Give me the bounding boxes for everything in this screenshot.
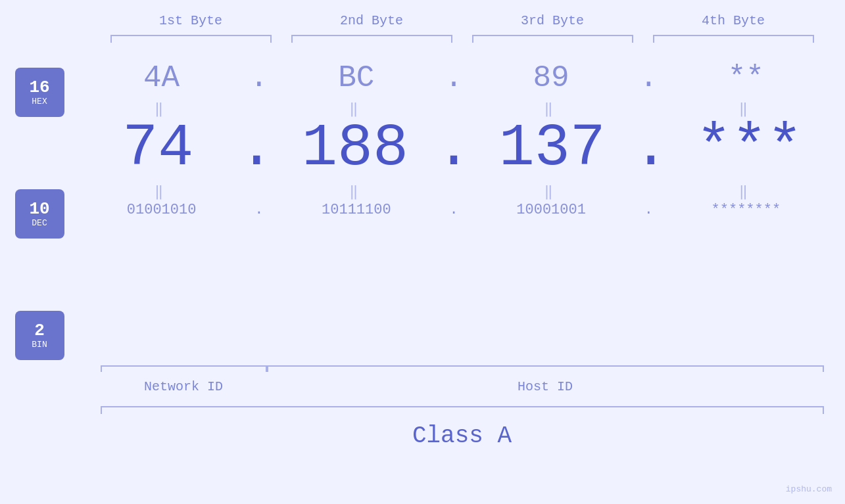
- ip-grid: 4A . BC . 89 . **: [78, 61, 831, 221]
- byte-labels-row: 1st Byte 2nd Byte 3rd Byte 4th Byte: [101, 13, 824, 28]
- full-bottom-bracket: [101, 406, 824, 416]
- hex-dot3: .: [635, 61, 662, 95]
- bin-dot2: .: [441, 202, 467, 218]
- host-id-label: Host ID: [267, 379, 824, 394]
- bin-dot3: .: [635, 202, 662, 218]
- hex-byte3: 89: [467, 61, 635, 95]
- main-display: 16 HEX 10 DEC 2 BIN 4A .: [15, 61, 831, 360]
- bin-dot1: .: [246, 202, 272, 218]
- class-label: Class A: [101, 423, 824, 449]
- bin-row: 01001010 . 10111100 . 10001001 .: [78, 202, 831, 218]
- bin-byte2: 10111100: [272, 202, 441, 218]
- bin-badge-text: BIN: [32, 340, 47, 350]
- hex-badge: 16 HEX: [15, 68, 64, 117]
- bottom-brackets: [101, 365, 824, 375]
- dec-byte1: 74: [78, 119, 239, 178]
- network-id-label: Network ID: [101, 379, 267, 394]
- dec-badge: 10 DEC: [15, 189, 64, 239]
- dec-dot2: .: [436, 119, 471, 178]
- dec-badge-number: 10: [29, 200, 49, 219]
- bin-badge: 2 BIN: [15, 311, 64, 360]
- dec-byte4: ***: [669, 119, 831, 178]
- top-brackets: [101, 35, 824, 48]
- bin-byte4: ********: [662, 202, 830, 218]
- hex-dot2: .: [441, 61, 467, 95]
- byte-label-3: 3rd Byte: [462, 13, 643, 28]
- network-bracket-line: [101, 365, 267, 367]
- eq8: ‖: [662, 183, 830, 200]
- equals-row-2: ‖ ‖ ‖ ‖: [78, 183, 831, 200]
- bracket-1: [101, 35, 281, 48]
- byte-label-1: 1st Byte: [101, 13, 281, 28]
- bin-badge-number: 2: [34, 321, 45, 340]
- bin-byte1: 01001010: [78, 202, 246, 218]
- hex-row: 4A . BC . 89 . **: [78, 61, 831, 95]
- eq6: ‖: [272, 183, 441, 200]
- badges-column: 16 HEX 10 DEC 2 BIN: [15, 68, 64, 360]
- hex-badge-number: 16: [29, 78, 49, 97]
- dec-row: 74 . 188 . 137 . ***: [78, 119, 831, 178]
- byte-label-2: 2nd Byte: [281, 13, 462, 28]
- bin-byte3: 10001001: [467, 202, 635, 218]
- eq5: ‖: [78, 183, 246, 200]
- dec-byte2: 188: [274, 119, 436, 178]
- hex-byte4: **: [662, 61, 830, 95]
- hex-badge-text: HEX: [32, 97, 47, 106]
- dec-dot1: .: [239, 119, 274, 178]
- hex-byte1: 4A: [78, 61, 246, 95]
- bracket-3: [462, 35, 643, 48]
- bracket-2: [281, 35, 462, 48]
- dec-byte3: 137: [471, 119, 633, 178]
- hex-dot1: .: [246, 61, 272, 95]
- dec-dot3: .: [633, 119, 669, 178]
- hex-byte2: BC: [272, 61, 441, 95]
- main-container: 1st Byte 2nd Byte 3rd Byte 4th Byte 16 H…: [0, 0, 845, 504]
- host-bracket-line: [267, 365, 824, 367]
- byte-label-4: 4th Byte: [643, 13, 824, 28]
- bracket-4: [643, 35, 824, 48]
- watermark: ipshu.com: [786, 484, 832, 494]
- dec-badge-text: DEC: [32, 218, 47, 228]
- id-labels-row: Network ID Host ID: [101, 379, 824, 394]
- eq7: ‖: [467, 183, 635, 200]
